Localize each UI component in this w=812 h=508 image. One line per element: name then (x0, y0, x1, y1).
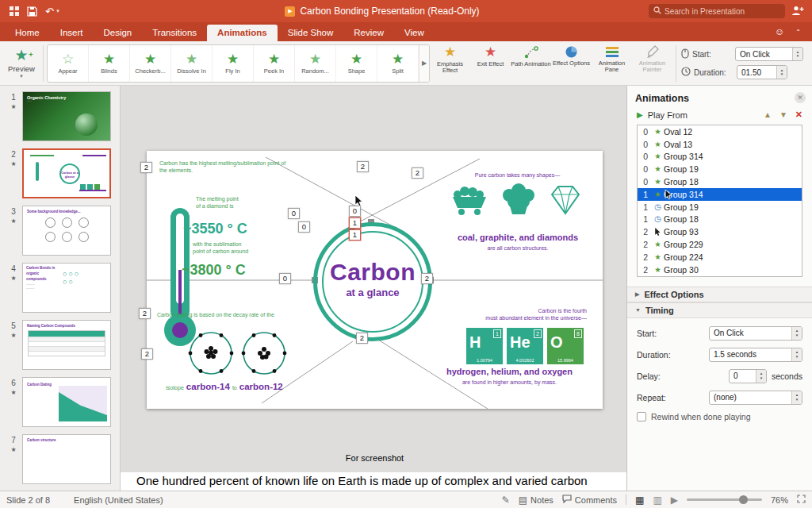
melting-temp-value[interactable]: ~3550 ° C (183, 221, 247, 237)
slideshow-view-button[interactable]: ▶ (671, 495, 678, 505)
thumbnail-slide-5[interactable]: 5★ Naming Carbon Compounds (5, 320, 120, 370)
carbon-12-atom-icon[interactable] (241, 330, 287, 378)
effect-options-section-header[interactable]: ▶Effect Options (627, 287, 812, 302)
zoom-level[interactable]: 76% (771, 495, 788, 505)
animation-pane-button[interactable]: Animation Pane (592, 43, 632, 84)
abundance-bold-text[interactable]: hydrogen, helium, and oxygen (432, 367, 587, 376)
move-down-icon[interactable]: ▼ (779, 110, 787, 119)
slide-center-subtitle[interactable]: at a glance (313, 287, 432, 298)
thumbnail-image[interactable]: Some background knowledge... (22, 206, 111, 256)
animation-order-badge[interactable]: 2 (356, 333, 368, 344)
feedback-smiley-icon[interactable]: ☺ (775, 26, 784, 37)
tab-slide-show[interactable]: Slide Show (278, 25, 344, 41)
animation-item[interactable]: 0★Oval 13 (638, 138, 802, 151)
shapes-rest-text[interactable]: are all carbon structures. (446, 244, 589, 252)
effect-appear[interactable]: ☆Appear (48, 45, 89, 82)
normal-view-button[interactable]: ▦ (635, 495, 644, 505)
effect-checkerboard[interactable]: ★Checkerb... (130, 45, 171, 82)
preview-button[interactable]: ★+ Preview ▼ (3, 48, 40, 79)
path-animation-button[interactable]: Path Animation (511, 43, 551, 84)
save-icon[interactable] (27, 6, 37, 17)
animation-painter-button[interactable]: Animation Painter (632, 43, 672, 84)
carbon-shapes-icons[interactable] (448, 179, 587, 222)
effect-shape[interactable]: ★Shape (336, 45, 377, 82)
effect-options-button[interactable]: Effect Options (551, 43, 592, 84)
slide-center-title[interactable]: Carbon (313, 259, 432, 286)
animation-item-selected[interactable]: 1★Group 314 (638, 188, 802, 201)
bottom-text-line[interactable]: One hundred percent of known life on Ear… (121, 472, 626, 491)
slide-sorter-view-button[interactable]: ▥ (653, 495, 661, 505)
canvas-caption-text[interactable]: For screenshot (147, 453, 603, 463)
delay-stepper[interactable]: 0▲▼ (729, 369, 767, 383)
animation-order-badge[interactable]: 0 (288, 208, 300, 219)
ribbon-start-dropdown[interactable]: On Click▲▼ (735, 47, 803, 61)
animation-item[interactable]: 2★Group 224 (638, 251, 802, 264)
share-user-icon[interactable] (791, 6, 804, 17)
emphasis-effect-button[interactable]: ★Emphasis Effect (430, 43, 470, 84)
repeat-dropdown[interactable]: (none)▲▼ (709, 391, 802, 405)
gallery-more-arrow[interactable]: ▶ (419, 45, 429, 82)
thumbnail-slide-4[interactable]: 4★ Carbon Bonds in organic compounds————… (5, 263, 120, 313)
thumbnail-image[interactable]: Carbon structure (22, 434, 111, 484)
effect-dissolve-in[interactable]: ★Dissolve In (171, 45, 213, 82)
animation-order-badge[interactable]: 2 (421, 273, 433, 284)
abundance-rest-text[interactable]: are found in higher amounts, by mass. (432, 379, 587, 386)
tab-review[interactable]: Review (343, 25, 394, 41)
thumbnail-slide-7[interactable]: 7★ Carbon structure (5, 434, 120, 484)
carbon-dating-intro[interactable]: Carbon-dating is based on the decay rate… (157, 311, 292, 318)
animation-item[interactable]: 2Group 93 (638, 225, 802, 238)
language-indicator[interactable]: English (United States) (74, 495, 163, 505)
animation-item[interactable]: 0★Oval 12 (638, 125, 802, 138)
thumbnail-slide-3[interactable]: 3★ Some background knowledge... (5, 206, 120, 256)
thumbnail-image[interactable]: Naming Carbon Compounds (22, 320, 111, 370)
animation-order-badge[interactable]: 2 (140, 162, 152, 173)
carbon-14-atom-icon[interactable] (188, 330, 234, 378)
notes-toggle[interactable]: ▤Notes (519, 495, 553, 505)
animation-item[interactable]: 0★Group 19 (638, 163, 802, 175)
animation-order-badge[interactable]: 1 (349, 229, 361, 241)
animation-item[interactable]: 0★Group 18 (638, 175, 802, 188)
effect-peek-in[interactable]: ★Peek In (254, 45, 295, 82)
animation-order-badge[interactable]: 2 (357, 161, 369, 172)
effect-blinds[interactable]: ★Blinds (89, 45, 130, 82)
animation-item[interactable]: 2★Group 30 (638, 264, 802, 276)
effect-random[interactable]: ★Random... (295, 45, 336, 82)
thumbnail-slide-1[interactable]: 1★ Organic Chemistry ····· (5, 91, 120, 141)
thumbnail-slide-6[interactable]: 6★ Carbon Dating (5, 377, 120, 427)
duration-stepper[interactable]: 1.5 seconds▲▼ (709, 348, 802, 362)
shapes-intro-text[interactable]: Pure carbon takes many shapes— (448, 171, 587, 179)
slide-2-editing-surface[interactable]: Carbon at a glance Carbon has the highes… (147, 151, 603, 409)
animation-order-badge[interactable]: 2 (141, 348, 153, 360)
sublimation-lead[interactable]: with the sublimationpoint of carbon arou… (193, 241, 280, 256)
thumbnail-slide-2[interactable]: 2★ Carbon at a glance (5, 148, 120, 198)
animation-order-badge[interactable]: 0 (298, 221, 310, 233)
effect-split[interactable]: ★Split (377, 45, 419, 82)
grid-icon[interactable] (10, 6, 19, 16)
close-pane-icon[interactable]: ✕ (795, 92, 806, 103)
tab-home[interactable]: Home (5, 25, 50, 41)
tab-animations[interactable]: Animations (207, 25, 278, 41)
shapes-bold-text[interactable]: coal, graphite, and diamonds (446, 233, 589, 242)
delete-animation-icon[interactable]: ✕ (795, 110, 802, 120)
animation-item[interactable]: 1◷Group 19 (638, 201, 802, 214)
exit-effect-button[interactable]: ★Exit Effect (470, 43, 511, 84)
animation-item[interactable]: 2★Group 229 (638, 238, 802, 251)
spell-check-icon[interactable]: ✎ (502, 495, 510, 505)
animation-order-badge-selected[interactable]: 1 (349, 217, 361, 229)
animation-item[interactable]: 0★Group 314 (638, 151, 802, 164)
tab-transitions[interactable]: Transitions (142, 25, 207, 41)
search-box[interactable] (649, 4, 785, 18)
animation-order-badge[interactable]: 0 (279, 273, 291, 284)
effect-fly-in[interactable]: ★Fly In (213, 45, 254, 82)
search-input[interactable] (665, 7, 780, 16)
abundance-intro[interactable]: Carbon is the fourthmost abundant elemen… (432, 307, 587, 322)
isotope-caption[interactable]: isotope carbon-14 to carbon-12 (153, 382, 296, 391)
rewind-checkbox[interactable] (637, 412, 646, 421)
ribbon-duration-stepper[interactable]: 01.50▲▼ (737, 65, 787, 79)
tab-design[interactable]: Design (93, 25, 142, 41)
thumbnail-image[interactable]: Carbon at a glance (22, 148, 111, 198)
play-from-button[interactable]: Play From (648, 110, 688, 120)
animation-order-badge[interactable]: 2 (139, 308, 151, 319)
melting-point-lead[interactable]: The melting pointof a diamond is (196, 195, 275, 210)
thumbnail-image[interactable]: Organic Chemistry ····· (22, 91, 111, 141)
